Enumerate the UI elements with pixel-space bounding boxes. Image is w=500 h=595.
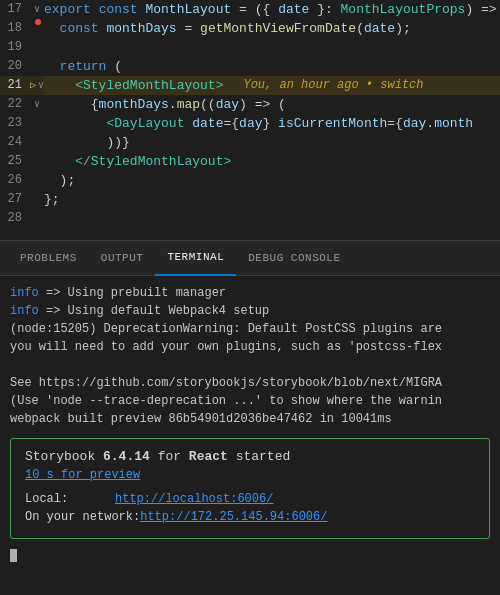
- line-gutter-22: ∨: [30, 95, 44, 114]
- storybook-local-url[interactable]: http://localhost:6006/: [115, 492, 273, 506]
- terminal-text-3: (node:15205) DeprecationWarning: Default…: [10, 322, 442, 336]
- code-line-24: 24 ))}: [0, 133, 500, 152]
- line-content-27: };: [44, 190, 500, 209]
- storybook-success-box: Storybook 6.4.14 for React started 10 s …: [10, 438, 490, 539]
- storybook-started-text: started: [228, 449, 290, 464]
- tab-output[interactable]: OUTPUT: [89, 241, 156, 276]
- terminal-line-1: info => Using prebuilt manager: [10, 284, 490, 302]
- storybook-preview-link[interactable]: 10 s for preview: [25, 468, 475, 482]
- code-line-20: 20 return (: [0, 57, 500, 76]
- git-blame-hint: You, an hour ago • switch: [243, 76, 423, 95]
- code-line-17: 17 ∨ export const MonthLayout = ({ date …: [0, 0, 500, 19]
- line-number-27: 27: [0, 190, 30, 209]
- terminal-line-7: (Use 'node --trace-deprecation ...' to s…: [10, 392, 490, 410]
- breakpoint-dot-18[interactable]: [35, 19, 41, 25]
- collapse-icon-17[interactable]: ∨: [34, 0, 40, 19]
- terminal-cursor-line: [10, 547, 490, 565]
- code-line-27: 27 };: [0, 190, 500, 209]
- line-number-22: 22: [0, 95, 30, 114]
- debug-arrow-icon: ▷: [30, 76, 36, 95]
- line-content-17: export const MonthLayout = ({ date }: Mo…: [44, 0, 500, 19]
- tab-debug-console-label: DEBUG CONSOLE: [248, 252, 340, 264]
- tab-terminal-label: TERMINAL: [167, 251, 224, 263]
- code-line-19: 19: [0, 38, 500, 57]
- info-keyword-1: info: [10, 286, 39, 300]
- storybook-title: Storybook 6.4.14 for React started: [25, 449, 475, 464]
- line-content-18: const monthDays = getMonthViewFromDate(d…: [44, 19, 500, 38]
- line-number-24: 24: [0, 133, 30, 152]
- code-line-28: 28: [0, 209, 500, 228]
- terminal-line-4: you will need to add your own plugins, s…: [10, 338, 490, 356]
- storybook-version: 6.4.14: [103, 449, 150, 464]
- tab-debug-console[interactable]: DEBUG CONSOLE: [236, 241, 352, 276]
- terminal-text-2: => Using default Webpack4 setup: [46, 304, 269, 318]
- line-number-26: 26: [0, 171, 30, 190]
- line-content-25: </StyledMonthLayout>: [44, 152, 500, 171]
- line-number-21: 21: [0, 76, 30, 95]
- tab-problems[interactable]: PROBLEMS: [8, 241, 89, 276]
- line-content-23: <DayLayout date={day} isCurrentMonth={da…: [44, 114, 500, 133]
- code-line-21: 21 ▷ ∨ <StyledMonthLayout> You, an hour …: [0, 76, 500, 95]
- terminal-line-8: webpack built preview 86b54901d2036be474…: [10, 410, 490, 428]
- terminal-line-6: See https://github.com/storybookjs/story…: [10, 374, 490, 392]
- storybook-title-text: Storybook: [25, 449, 103, 464]
- line-number-25: 25: [0, 152, 30, 171]
- code-line-26: 26 );: [0, 171, 500, 190]
- terminal-text-8: webpack built preview 86b54901d2036be474…: [10, 412, 392, 426]
- line-number-28: 28: [0, 209, 30, 228]
- storybook-framework: React: [189, 449, 228, 464]
- terminal-cursor: [10, 549, 17, 562]
- line-number-23: 23: [0, 114, 30, 133]
- terminal-text-7: (Use 'node --trace-deprecation ...' to s…: [10, 394, 442, 408]
- line-content-24: ))}: [44, 133, 500, 152]
- tab-output-label: OUTPUT: [101, 252, 144, 264]
- line-number-19: 19: [0, 38, 30, 57]
- line-gutter-17: ∨: [30, 0, 44, 19]
- code-line-18: 18 const monthDays = getMonthViewFromDat…: [0, 19, 500, 38]
- storybook-network-row: On your network: http://172.25.145.94:60…: [25, 510, 475, 524]
- line-gutter-21: ▷ ∨: [30, 76, 44, 95]
- line-gutter-18: [30, 19, 44, 25]
- line-content-22: {monthDays.map((day) => (: [44, 95, 500, 114]
- tab-terminal[interactable]: TERMINAL: [155, 241, 236, 276]
- info-keyword-2: info: [10, 304, 39, 318]
- terminal-text-4: you will need to add your own plugins, s…: [10, 340, 442, 354]
- tabs-bar: PROBLEMS OUTPUT TERMINAL DEBUG CONSOLE: [0, 241, 500, 276]
- terminal-line-5: [10, 356, 490, 374]
- line-number-18: 18: [0, 19, 30, 38]
- terminal-line-2: info => Using default Webpack4 setup: [10, 302, 490, 320]
- storybook-subtitle-text: 10 s for preview: [25, 468, 140, 482]
- line-number-17: 17: [0, 0, 30, 19]
- terminal-line-3: (node:15205) DeprecationWarning: Default…: [10, 320, 490, 338]
- collapse-icon-22[interactable]: ∨: [34, 95, 40, 114]
- tab-problems-label: PROBLEMS: [20, 252, 77, 264]
- storybook-network-url[interactable]: http://172.25.145.94:6006/: [140, 510, 327, 524]
- storybook-local-row: Local: http://localhost:6006/: [25, 492, 475, 506]
- line-content-21: <StyledMonthLayout> You, an hour ago • s…: [44, 76, 500, 95]
- code-line-23: 23 <DayLayout date={day} isCurrentMonth=…: [0, 114, 500, 133]
- terminal-text-1: => Using prebuilt manager: [46, 286, 226, 300]
- line-number-20: 20: [0, 57, 30, 76]
- storybook-network-label: On your network:: [25, 510, 140, 524]
- terminal-panel: info => Using prebuilt manager info => U…: [0, 276, 500, 591]
- line-content-26: );: [44, 171, 500, 190]
- code-line-25: 25 </StyledMonthLayout>: [0, 152, 500, 171]
- storybook-local-label: Local:: [25, 492, 115, 506]
- storybook-for-text: for: [150, 449, 189, 464]
- code-editor: 17 ∨ export const MonthLayout = ({ date …: [0, 0, 500, 240]
- terminal-text-6: See https://github.com/storybookjs/story…: [10, 376, 442, 390]
- code-line-22: 22 ∨ {monthDays.map((day) => (: [0, 95, 500, 114]
- line-content-20: return (: [44, 57, 500, 76]
